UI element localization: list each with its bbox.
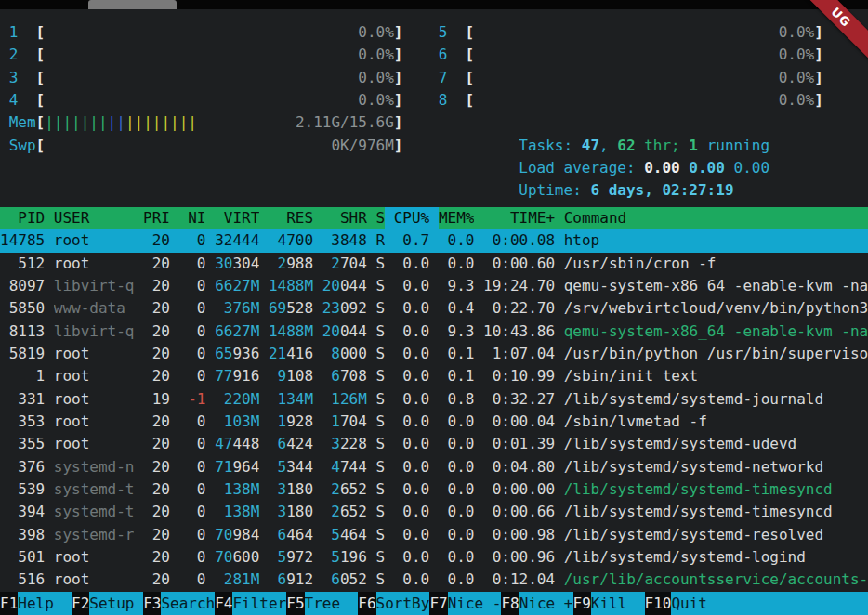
memory-meter: Mem[|||||||||||||||||2.11G/15.6G]: [0, 111, 429, 134]
mem-percent-cell: 0.8: [439, 388, 475, 411]
cpu-meter-7: 7[0.0%]: [429, 67, 868, 89]
res-cell: 5344: [269, 456, 313, 478]
header-res[interactable]: RES: [269, 207, 313, 229]
state-cell: S: [375, 411, 385, 433]
fkey-nice[interactable]: F7Nice -: [429, 592, 501, 615]
header-command[interactable]: Command: [564, 207, 868, 229]
process-row[interactable]: 355root2004744864243228S0.00.00:01.39/li…: [0, 433, 868, 455]
shr-cell: 1704: [322, 411, 367, 433]
virt-cell: 281M: [215, 569, 259, 591]
command-cell: /usr/lib/accountsservice/accounts-: [564, 569, 868, 591]
process-row[interactable]: 5850www-data200376M6952823092S0.00.40:22…: [0, 297, 868, 320]
pid-cell: 512: [0, 253, 45, 275]
header-state[interactable]: S: [375, 207, 385, 229]
virt-cell: 47448: [215, 433, 259, 455]
nice-cell: 0: [179, 343, 206, 365]
header-ni[interactable]: NI: [179, 207, 206, 229]
process-row[interactable]: 512root2003030429882704S0.00.00:00.60/us…: [0, 253, 868, 275]
time-cell: 0:00.04: [483, 411, 555, 433]
process-row[interactable]: 376systemd-n2007196453444744S0.00.00:04.…: [0, 456, 868, 478]
command-cell: /lib/systemd/systemd-logind: [564, 546, 868, 569]
process-row[interactable]: 394systemd-t200138M31802652S0.00.00:00.6…: [0, 501, 868, 523]
process-row[interactable]: 353root200103M19281704S0.00.00:00.04/sbi…: [0, 411, 868, 433]
res-cell: 5972: [269, 546, 313, 569]
shr-cell: 2652: [322, 501, 367, 523]
fkey-tree[interactable]: F5Tree: [286, 592, 358, 615]
process-row[interactable]: 501root2007060059725196S0.00.00:00.96/li…: [0, 546, 868, 569]
fkey-label: F6: [358, 592, 375, 615]
nice-cell: 0: [179, 411, 206, 433]
time-cell: 0:00.98: [483, 524, 555, 546]
time-cell: 0:01.39: [483, 433, 555, 455]
user-cell: root: [54, 388, 135, 411]
state-cell: S: [375, 524, 385, 546]
priority-cell: 20: [143, 569, 170, 591]
fkey-action-label: Kill: [591, 592, 645, 615]
state-cell: S: [375, 343, 385, 365]
state-cell: S: [375, 321, 385, 343]
process-row[interactable]: 8113libvirt-q2006627M1488M20044S0.09.310…: [0, 321, 868, 343]
fkey-setup[interactable]: F2Setup: [72, 592, 143, 615]
priority-cell: 20: [143, 433, 170, 455]
cpu-percent-cell: 0.0: [394, 321, 430, 343]
user-cell: www-data: [54, 297, 135, 320]
fkey-help[interactable]: F1Help: [0, 592, 72, 615]
process-row[interactable]: 516root200281M69126052S0.00.00:12.04/usr…: [0, 569, 868, 591]
command-cell: /srv/webvirtcloud/venv/bin/python3: [564, 297, 868, 320]
cpu-meter-8-label: 8: [439, 89, 466, 111]
process-row[interactable]: 8097libvirt-q2006627M1488M20044S0.09.319…: [0, 275, 868, 297]
pid-cell: 394: [0, 501, 45, 523]
command-cell: /lib/systemd/systemd-journald: [564, 388, 868, 411]
terminal: 1[0.0%] 2[0.0%] 3[0.0%] 4[0.0%] Mem[||||…: [0, 9, 868, 615]
header-user[interactable]: USER: [54, 207, 135, 229]
fkey-quit[interactable]: F10Quit: [645, 592, 726, 615]
fkey-kill[interactable]: F9Kill: [573, 592, 645, 615]
process-row[interactable]: 331root19-1220M134M126MS0.00.80:32.27/li…: [0, 388, 868, 411]
cpu-meter-7-label: 7: [439, 67, 466, 89]
fkey-sortby[interactable]: F6SortBy: [358, 592, 429, 615]
header-virt[interactable]: VIRT: [215, 207, 259, 229]
cpu-percent-cell: 0.0: [394, 275, 430, 297]
process-row[interactable]: 398systemd-r2007098464645464S0.00.00:00.…: [0, 524, 868, 546]
priority-cell: 20: [143, 546, 170, 569]
header-pid[interactable]: PID: [0, 207, 45, 229]
process-row[interactable]: 14785root2003244447003848R0.70.00:00.08h…: [0, 229, 868, 252]
shr-cell: 8000: [322, 343, 367, 365]
cpu-meter-3-value: 0.0%: [358, 67, 394, 89]
nice-cell: -1: [179, 388, 206, 411]
fkey-filter[interactable]: F4Filter: [215, 592, 286, 615]
threads-label: thr;: [636, 137, 690, 154]
cpu-percent-cell: 0.0: [394, 365, 430, 387]
browser-tab-sliver[interactable]: [88, 0, 177, 9]
user-cell: systemd-t: [54, 501, 135, 523]
user-cell: libvirt-q: [54, 321, 135, 343]
pid-cell: 398: [0, 524, 45, 546]
nice-cell: 0: [179, 478, 206, 501]
mem-percent-cell: 0.0: [439, 229, 475, 252]
swap-meter: Swp[0K/976M]: [0, 135, 429, 157]
state-cell: S: [375, 388, 385, 411]
time-cell: 0:00.66: [483, 501, 555, 523]
load-5min: 0.00: [689, 159, 725, 177]
cpu-meter-2: 2[0.0%]: [0, 44, 429, 66]
header-pri[interactable]: PRI: [143, 207, 170, 229]
pid-cell: 8097: [0, 275, 45, 297]
shr-cell: 5464: [322, 524, 367, 546]
command-cell: /lib/systemd/systemd-udevd: [564, 433, 868, 455]
nice-cell: 0: [179, 365, 206, 387]
res-cell: 6464: [269, 524, 313, 546]
mem-percent-cell: 0.0: [439, 253, 475, 275]
virt-cell: 71964: [215, 456, 259, 478]
process-row[interactable]: 1root2007791691086708S0.00.10:10.99/sbin…: [0, 365, 868, 387]
user-cell: systemd-t: [54, 478, 135, 501]
state-cell: S: [375, 275, 385, 297]
fkey-search[interactable]: F3Search: [143, 592, 215, 615]
process-row[interactable]: 539systemd-t200138M31802652S0.00.00:00.0…: [0, 478, 868, 501]
command-cell: /lib/systemd/systemd-resolved: [564, 524, 868, 546]
virt-cell: 138M: [215, 501, 259, 523]
header-shr[interactable]: SHR: [322, 207, 367, 229]
fkey-nice[interactable]: F8Nice +: [501, 592, 572, 615]
process-row[interactable]: 5819root20065936214168000S0.00.11:07.04/…: [0, 343, 868, 365]
state-cell: S: [375, 433, 385, 455]
user-cell: root: [54, 433, 135, 455]
